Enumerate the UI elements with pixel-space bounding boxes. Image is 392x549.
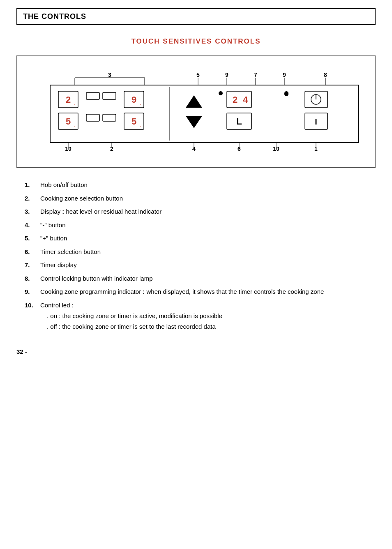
item-1-desc: Hob on/off button [40,180,376,190]
svg-text:.: . [140,101,141,106]
svg-point-34 [219,91,223,95]
item-9-num: 9. [25,287,40,297]
list-item-2: 2. Cooking zone selection button [25,194,376,203]
svg-text:I: I [315,117,317,126]
svg-point-41 [284,92,288,96]
list-item-9: 9. Cooking zone programming indicator : … [25,287,376,297]
list-item-8: 8. Control locking button with indicator… [25,274,376,284]
svg-rect-26 [86,114,99,121]
item-10-sub-2: . off : the cooking zone or timer is set… [47,321,376,332]
svg-text:2: 2 [66,95,71,105]
item-10-label: Control led : [40,302,74,309]
item-7-desc: Timer display [40,261,376,270]
item-2-desc: Cooking zone selection button [40,194,376,203]
svg-text:.: . [74,101,76,106]
item-10-num: 10. [25,301,40,332]
item-8-num: 8. [25,274,40,284]
item-6-num: 6. [25,247,40,257]
list-item-7: 7. Timer display [25,261,376,270]
item-3-num: 3. [25,207,40,217]
svg-text:9: 9 [225,72,228,78]
item-2-num: 2. [25,194,40,203]
list-item-6: 6. Timer selection button [25,247,376,257]
item-3-desc: Display : heat level or residual heat in… [40,207,376,217]
item-8-desc: Control locking button with indicator la… [40,274,376,284]
diagram-container: 3 5 9 7 9 8 2 . 9 . [16,55,376,168]
item-10-desc: Control led : . on : the cooking zone or… [40,301,376,332]
svg-text:4: 4 [243,95,248,105]
list-item-1: 1. Hob on/off button [25,180,376,190]
item-6-desc: Timer selection button [40,247,376,257]
page-number: 32 - [16,348,376,355]
control-diagram: 3 5 9 7 9 8 2 . 9 . [25,69,367,159]
header-box: THE CONTROLS [16,8,376,25]
svg-rect-19 [103,92,116,99]
svg-text:5: 5 [196,72,200,78]
item-4-num: 4. [25,221,40,230]
item-10: 10. Control led : . on : the cooking zon… [25,301,376,332]
page-title: THE CONTROLS [23,12,369,21]
item-5-num: 5. [25,234,40,243]
list-item-5: 5. "+" button [25,234,376,243]
item-1-num: 1. [25,180,40,190]
svg-rect-18 [86,92,99,99]
controls-list: 1. Hob on/off button 2. Cooking zone sel… [25,180,376,297]
svg-text:L: L [236,116,242,127]
svg-text:7: 7 [254,72,257,78]
svg-text:.: . [140,123,141,127]
svg-text:9: 9 [131,95,136,105]
list-item-4: 4. "-" button [25,221,376,230]
svg-text:3: 3 [108,72,111,78]
svg-text:2: 2 [233,95,238,105]
svg-text:5: 5 [131,116,136,127]
item-5-desc: "+" button [40,234,376,243]
item-10-sub-items: . on : the cooking zone or timer is acti… [40,311,376,332]
item-10-sub-1: . on : the cooking zone or timer is acti… [47,311,376,321]
svg-text:9: 9 [283,72,286,78]
item-9-desc: Cooking zone programming indicator : whe… [40,287,376,297]
svg-rect-27 [103,114,116,121]
item-7-num: 7. [25,261,40,270]
list-item-3: 3. Display : heat level or residual heat… [25,207,376,217]
svg-text:8: 8 [324,72,327,78]
subtitle: TOUCH SENSITIVES CONTROLS [16,37,376,46]
svg-text:.: . [74,123,76,127]
item-4-desc: "-" button [40,221,376,230]
svg-text:5: 5 [66,116,71,127]
